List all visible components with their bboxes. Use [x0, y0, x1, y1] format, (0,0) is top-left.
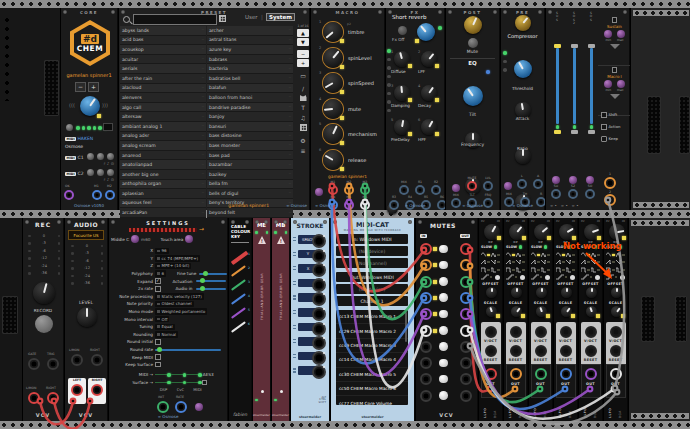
preset-item[interactable]: bass pad··	[207, 151, 293, 161]
search-icon[interactable]	[123, 16, 130, 23]
attenuator-knob[interactable]	[569, 176, 577, 184]
mute-out-port[interactable]	[460, 373, 472, 385]
page-up-icon[interactable]: ▲	[297, 29, 309, 37]
out-port[interactable]	[510, 368, 522, 380]
wave-stair-icon[interactable]	[556, 274, 564, 280]
preset-item[interactable]: anareod··	[120, 151, 206, 161]
out-port[interactable]	[610, 368, 622, 380]
wave-pulse-icon[interactable]	[591, 267, 597, 273]
slider-track[interactable]	[556, 48, 559, 124]
wave-tri-icon[interactable]	[541, 252, 547, 258]
stroke-port[interactable]	[312, 351, 326, 365]
mb-button[interactable]	[280, 390, 283, 393]
mute-out-port[interactable]	[460, 325, 472, 337]
wave-pulse-icon[interactable]	[566, 267, 572, 273]
setting-value[interactable]: 96	[155, 248, 169, 254]
offset-knob[interactable]	[486, 287, 497, 298]
port-mute[interactable]	[467, 181, 477, 191]
mute-in-port[interactable]	[420, 325, 432, 337]
keep-checkbox[interactable]	[601, 136, 607, 142]
preset-item[interactable]: bansuri··	[207, 122, 293, 132]
mute-in-port[interactable]	[420, 292, 432, 304]
mute-in-port[interactable]	[420, 357, 432, 369]
wave-tri-icon[interactable]	[566, 252, 572, 258]
wave-sawd-icon[interactable]	[541, 259, 547, 265]
preset-item[interactable]: bella fm··	[207, 180, 293, 190]
page-down-icon[interactable]: ▼	[297, 38, 309, 46]
slider-track[interactable]	[573, 48, 576, 124]
setting-checkbox[interactable]	[155, 362, 161, 368]
fx-mix-knob[interactable]	[417, 23, 435, 41]
level-knob[interactable]	[77, 307, 97, 327]
wave-stair-icon[interactable]	[481, 274, 489, 280]
preset-item[interactable]: altersaw··	[120, 112, 206, 122]
wave-pulse-icon[interactable]	[516, 267, 522, 273]
attenuator-knob[interactable]	[552, 176, 560, 184]
stroke-port[interactable]	[312, 263, 326, 277]
slow-led[interactable]	[519, 245, 523, 249]
wave-sq-icon[interactable]	[506, 267, 512, 273]
wave-sine-icon[interactable]	[556, 252, 562, 258]
c1-knob[interactable]	[97, 153, 104, 160]
reset-port[interactable]	[535, 345, 547, 357]
preset-item[interactable]: alacloud··	[120, 84, 206, 94]
setting-checkbox[interactable]	[155, 286, 161, 292]
setting-checkbox[interactable]: ✓	[155, 278, 161, 284]
preset-item[interactable]: balafun··	[207, 84, 293, 94]
out-port[interactable]	[485, 368, 497, 380]
setting-checkbox[interactable]	[155, 339, 161, 345]
stroke-port[interactable]	[312, 307, 326, 321]
wave-sawd-icon[interactable]	[491, 259, 497, 265]
midi-out-driver[interactable]: Out: Windows MIDI	[336, 272, 408, 282]
mute-out-port[interactable]	[460, 276, 472, 288]
max-knob[interactable]	[617, 30, 625, 38]
stroke-port[interactable]	[312, 234, 326, 248]
offset-knob[interactable]	[611, 287, 622, 298]
wave-saw-icon[interactable]	[506, 259, 512, 265]
mapping-row[interactable]: cc49 CHEM Macro Macro 3	[336, 339, 408, 353]
mute-button[interactable]	[439, 293, 448, 302]
setting-slider[interactable]	[196, 288, 226, 290]
port-m2[interactable]	[344, 185, 354, 195]
reset-port[interactable]	[585, 345, 597, 357]
slider-cap-top[interactable]	[588, 44, 595, 48]
c2-knob[interactable]	[107, 169, 114, 176]
c1-knob[interactable]	[87, 153, 94, 160]
wave-pulse-icon[interactable]	[541, 267, 547, 273]
setting-value[interactable]: 6	[155, 270, 166, 276]
wave-tri-icon[interactable]	[591, 252, 597, 258]
mute-in-port[interactable]	[420, 390, 432, 402]
min-knob[interactable]	[604, 80, 612, 88]
wave-tri-icon[interactable]	[491, 252, 497, 258]
preset-item[interactable]: anthophila organ··	[120, 180, 206, 190]
offset-knob[interactable]	[511, 287, 522, 298]
touch-area-knob[interactable]	[185, 235, 193, 243]
out1-port[interactable]	[604, 177, 616, 189]
setting-value[interactable]: Weighted portamento	[155, 308, 207, 314]
setting-slider[interactable]	[155, 349, 221, 351]
reset-port[interactable]	[510, 345, 522, 357]
mute-button[interactable]	[439, 375, 448, 384]
m2-port[interactable]	[105, 190, 115, 200]
compressor-amount-knob[interactable]	[514, 60, 532, 78]
preset-item[interactable]: babrass··	[207, 55, 293, 65]
uni-button[interactable]	[595, 275, 600, 280]
reset-port[interactable]	[485, 345, 497, 357]
mute-button[interactable]	[439, 245, 448, 254]
preset-item[interactable]: acouskop··	[120, 45, 206, 55]
preset-item[interactable]: beyond felt··	[207, 208, 293, 218]
mute-in-port[interactable]	[420, 341, 432, 353]
wave-saw-icon[interactable]	[481, 259, 487, 265]
setting-value[interactable]: Oldest channel	[155, 301, 194, 307]
mute-out-port[interactable]	[460, 292, 472, 304]
wave-sawd-icon[interactable]	[566, 259, 572, 265]
voct-port[interactable]	[485, 326, 497, 338]
shift-button[interactable]	[601, 112, 607, 118]
preset-item[interactable]: aplassian··	[120, 189, 206, 199]
wave-stair-icon[interactable]	[531, 274, 539, 280]
wave-stair-icon[interactable]	[506, 274, 514, 280]
c1-mode-icons[interactable]: ♯ ♪ ⊙	[104, 161, 114, 166]
tab-user[interactable]: User	[245, 14, 258, 20]
post-mute-button[interactable]	[468, 38, 478, 48]
preset-item[interactable]: balloon from hanoi··	[207, 93, 293, 103]
